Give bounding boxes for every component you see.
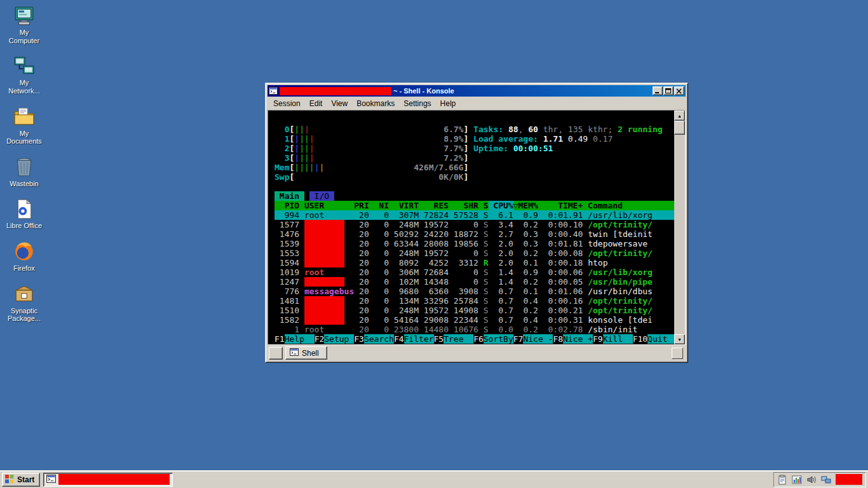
- fnkey-f10[interactable]: F10: [633, 334, 648, 344]
- term-text: 1476: [275, 229, 299, 239]
- start-button[interactable]: Start: [2, 473, 40, 487]
- menu-view[interactable]: View: [327, 98, 351, 109]
- taskbar-item-konsole[interactable]: [43, 473, 173, 487]
- term-text: [299, 277, 304, 287]
- process-row[interactable]: 1019 root 20 0 306M 72684 0 S 1.4 0.9 0:…: [275, 268, 674, 277]
- fnkey-f7[interactable]: F7: [513, 334, 524, 344]
- tab-shell[interactable]: Shell: [285, 346, 327, 360]
- desktop-wastebin[interactable]: Wastebin: [1, 156, 47, 188]
- term-text: 0: [369, 258, 389, 268]
- menu-settings[interactable]: Settings: [400, 98, 435, 109]
- process-row[interactable]: 1476 20 0 50292 24220 18872 S 2.7 0.3 0:…: [275, 229, 674, 239]
- session-list-button[interactable]: [672, 348, 683, 359]
- process-row[interactable]: 1577 20 0 248M 19572 0 S 3.4 0.2 0:00.10…: [275, 220, 674, 229]
- fnlabel-kill[interactable]: Kill: [603, 334, 633, 344]
- fnlabel-search[interactable]: Search: [364, 334, 394, 344]
- desktop-synaptic[interactable]: Synaptic Package...: [1, 283, 47, 323]
- htop-output: 0[||| 6.7%] Tasks: 88, 60 thr, 135 kthr;…: [275, 125, 674, 344]
- process-row[interactable]: 1481 20 0 134M 33296 25784 S 0.7 0.4 0:0…: [275, 296, 674, 306]
- fnlabel-nice-[interactable]: Nice +: [563, 334, 593, 344]
- process-row[interactable]: 1 root 20 0 23800 14480 10676 S 0.0 0.2 …: [275, 325, 674, 334]
- desktop-my-network[interactable]: My Network...: [1, 55, 47, 95]
- term-text: 20: [354, 296, 369, 306]
- term-text: 0: [369, 315, 389, 325]
- term-text: [513, 229, 519, 239]
- desktop-my-documents[interactable]: My Documents: [1, 106, 47, 146]
- desktop-icon-label: My Network...: [4, 79, 44, 95]
- blank-line: [275, 182, 674, 191]
- term-text: S: [484, 287, 489, 296]
- klipper-icon[interactable]: [777, 475, 787, 485]
- process-row[interactable]: 1594 20 0 8092 4252 3312 R 2.0 0.1 0:00.…: [275, 258, 674, 268]
- fnkey-f3[interactable]: F3: [354, 334, 364, 344]
- term-text: Mem: [275, 163, 289, 172]
- fnkey-f5[interactable]: F5: [434, 334, 444, 344]
- process-row[interactable]: 1553 20 0 248M 19572 0 S 2.0 0.2 0:00.08…: [275, 248, 674, 258]
- term-text: 20: [354, 268, 369, 277]
- new-session-button[interactable]: [269, 347, 283, 360]
- menu-session[interactable]: Session: [269, 98, 304, 109]
- term-text: 4252: [419, 258, 449, 268]
- htop-header-row[interactable]: PID USER PRI NI VIRT RES SHR S CPU%▽MEM%…: [275, 201, 674, 210]
- htop-tab-main[interactable]: Main: [275, 191, 304, 201]
- volume-icon[interactable]: [806, 475, 817, 485]
- scroll-up-button[interactable]: ▲: [674, 111, 685, 121]
- process-row[interactable]: 1582 20 0 54164 29008 22344 S 0.7 0.4 0:…: [275, 315, 674, 325]
- fnkey-f4[interactable]: F4: [394, 334, 404, 344]
- fnkey-f9[interactable]: F9: [593, 334, 603, 344]
- term-text: [275, 182, 280, 191]
- term-text: 1539: [275, 239, 299, 248]
- term-text: [583, 229, 588, 239]
- term-text: 0: [449, 220, 478, 229]
- term-text: 1247: [275, 277, 299, 287]
- maximize-button[interactable]: [663, 86, 674, 95]
- term-text: [324, 163, 414, 172]
- process-row[interactable]: 776 messagebus 20 0 9680 6360 3908 S 0.7…: [275, 287, 674, 296]
- fnlabel-sortby[interactable]: SortBy: [484, 334, 513, 344]
- desktop-libreoffice[interactable]: Libre Office: [1, 198, 47, 230]
- fnlabel-help[interactable]: Help: [285, 334, 315, 344]
- desktop-firefox[interactable]: Firefox: [1, 241, 47, 273]
- titlebar[interactable]: ~ - Shell - Konsole: [268, 85, 686, 97]
- term-text: [583, 258, 588, 268]
- scroll-down-button[interactable]: ▼: [674, 334, 685, 344]
- htop-tab-io[interactable]: I/O: [309, 191, 334, 201]
- fnkey-f1[interactable]: F1: [275, 334, 285, 344]
- term-text: [513, 220, 519, 229]
- term-text: 2.0: [489, 248, 513, 258]
- desktop-my-computer[interactable]: My Computer: [1, 5, 47, 44]
- fnlabel-quit[interactable]: Quit: [648, 334, 674, 344]
- menu-bookmarks[interactable]: Bookmarks: [353, 98, 398, 109]
- term-text: 0: [369, 325, 389, 334]
- term-text: 0.2: [519, 220, 538, 229]
- fnlabel-tree[interactable]: Tree: [444, 334, 473, 344]
- term-text: [583, 306, 588, 315]
- process-row[interactable]: 994 root 20 0 307M 72824 57528 S 6.1 0.9…: [275, 210, 674, 220]
- process-row[interactable]: 1510 20 0 248M 19572 14908 S 0.7 0.2 0:0…: [275, 306, 674, 315]
- fnkey-f6[interactable]: F6: [473, 334, 484, 344]
- scrollbar[interactable]: ▲ ▼: [674, 111, 685, 344]
- term-text: 0.3: [519, 239, 538, 248]
- chart-icon[interactable]: [792, 475, 802, 485]
- system-tray: [773, 472, 866, 487]
- fnlabel-filter[interactable]: Filter: [404, 334, 434, 344]
- scrollbar-thumb[interactable]: [674, 121, 685, 135]
- htop-sort-column-cpu[interactable]: CPU%: [489, 201, 513, 210]
- synaptic-icon: [13, 283, 35, 305]
- menu-edit[interactable]: Edit: [306, 98, 327, 109]
- term-text: [299, 258, 304, 268]
- process-row[interactable]: 1539 20 0 63344 28008 19856 S 2.0 0.3 0:…: [275, 239, 674, 248]
- close-button[interactable]: [674, 86, 684, 95]
- term-text: 63344: [389, 239, 419, 248]
- fnlabel-nice-[interactable]: Nice -: [523, 334, 553, 344]
- fnkey-f8[interactable]: F8: [553, 334, 563, 344]
- process-command: /usr/lib/xorg: [588, 268, 653, 277]
- fnlabel-setup[interactable]: Setup: [324, 334, 354, 344]
- terminal[interactable]: 0[||| 6.7%] Tasks: 88, 60 thr, 135 kthr;…: [268, 111, 674, 344]
- network-tray-icon[interactable]: [821, 475, 831, 485]
- menu-help[interactable]: Help: [437, 98, 460, 109]
- fnkey-f2[interactable]: F2: [315, 334, 325, 344]
- minimize-button[interactable]: [653, 86, 663, 95]
- process-row[interactable]: 1247 20 0 102M 14348 0 S 1.4 0.2 0:00.05…: [275, 277, 674, 287]
- process-command: /opt/trinity/: [588, 220, 653, 229]
